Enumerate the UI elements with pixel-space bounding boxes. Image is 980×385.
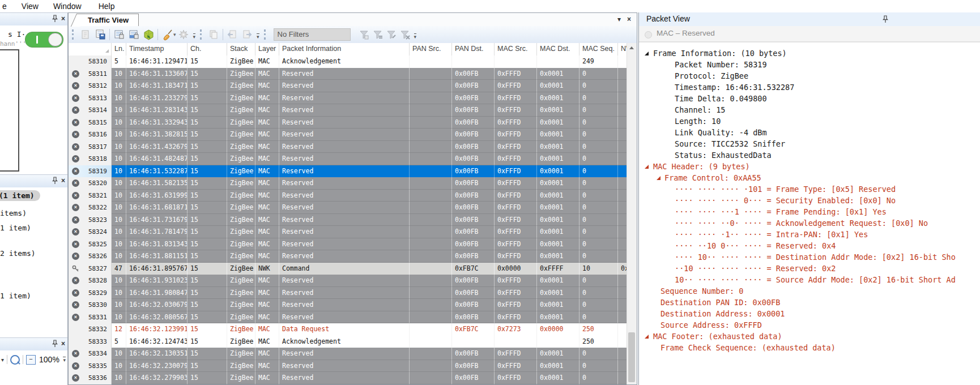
list-item[interactable]: 1 item) [0, 292, 31, 300]
row-gutter[interactable]: 58335 [69, 360, 112, 373]
filter-funnel-2-icon[interactable] [372, 29, 384, 40]
tab-list-dropdown-icon[interactable]: ▾ [617, 15, 621, 23]
clear-options-caret-icon[interactable]: ▾ [173, 32, 176, 37]
zoom-out-button[interactable]: − [26, 355, 36, 365]
scroll-up-icon[interactable] [629, 46, 634, 49]
row-gutter[interactable]: 58331 [69, 311, 112, 324]
table-row[interactable]: 583181016:46:31.48248715ZigBeeMACReserve… [69, 153, 627, 165]
pin-icon[interactable] [52, 15, 58, 23]
toolbar-grip[interactable] [72, 29, 76, 40]
tree-node[interactable]: Status: ExhaustedData [639, 149, 980, 161]
gear-icon[interactable] [177, 28, 190, 41]
list-item[interactable]: items) [0, 209, 27, 217]
table-row[interactable]: 58310516:46:31.12947115ZigBeeMACAcknowle… [69, 55, 627, 68]
close-icon[interactable]: × [61, 15, 65, 23]
table-row[interactable]: 583231016:46:31.73167915ZigBeeMACReserve… [69, 214, 627, 226]
row-gutter[interactable]: 58329 [69, 287, 112, 300]
column-header-mac-src-[interactable]: MAC Src. [495, 43, 537, 55]
tree-node[interactable]: ···· ···· ···1 ···· = Frame Pending: [0x… [639, 206, 980, 217]
tree-node[interactable]: ···· ···· ··0· ···· = Acknowledgement Re… [639, 217, 980, 229]
column-header-pan-src-[interactable]: PAN Src. [410, 43, 452, 55]
list-item[interactable]: 1 item) [0, 224, 31, 232]
list-item[interactable]: (1 item) [0, 190, 40, 201]
menu-item-help[interactable]: Help [96, 2, 117, 11]
tab-traffic-view[interactable]: Traffic View [78, 14, 139, 26]
row-gutter[interactable]: 58316 [69, 129, 112, 141]
row-gutter[interactable]: 58333 [69, 336, 112, 348]
capture-cube-icon[interactable] [142, 28, 155, 41]
tree-node[interactable]: ···· 10·· ···· ···· = Destination Addr M… [639, 251, 980, 263]
column-header-gutter[interactable] [69, 43, 112, 55]
table-row[interactable]: 583274716:46:31.89576715ZigBeeNWKCommand… [69, 263, 627, 275]
filter-funnel-1-icon[interactable] [359, 29, 370, 40]
row-gutter[interactable]: 58334 [69, 348, 112, 360]
row-gutter[interactable]: 58320 [69, 177, 112, 190]
column-header-mac-dst-[interactable]: MAC Dst. [537, 43, 580, 55]
zoom-level-value[interactable]: 100% [39, 355, 59, 364]
table-row[interactable]: 583201016:46:31.58213515ZigBeeMACReserve… [69, 177, 627, 190]
expand-arrow-icon[interactable] [657, 176, 661, 180]
row-gutter[interactable]: 58325 [69, 238, 112, 251]
tree-node[interactable]: Channel: 15 [639, 104, 980, 116]
tree-node[interactable]: ···· ··10 0··· ···· = Reserved: 0x4 [639, 240, 980, 251]
tree-node[interactable]: Timestamp: 16:46:31.532287 [639, 82, 980, 93]
tree-node[interactable]: Frame Check Sequence: (exhausted data) [639, 342, 980, 353]
tree-node[interactable]: Source Address: 0xFFFD [639, 319, 980, 331]
row-gutter[interactable]: 58315 [69, 117, 112, 129]
packet-list-icon[interactable] [112, 28, 126, 41]
row-gutter[interactable]: 58317 [69, 141, 112, 153]
table-row[interactable]: 583281016:46:31.93102315ZigBeeMACReserve… [69, 275, 627, 287]
copy-icon[interactable] [207, 28, 220, 41]
column-header-ch-[interactable]: Ch. [188, 43, 227, 55]
tree-node[interactable]: ··10 ···· ···· ···· = Reserved: 0x2 [639, 263, 980, 274]
row-gutter[interactable]: 58323 [69, 214, 112, 226]
table-row[interactable]: 583221016:46:31.68187115ZigBeeMACReserve… [69, 202, 627, 214]
tree-node[interactable]: 10·· ···· ···· ···· = Source Addr Mode: … [639, 274, 980, 285]
toolbar-grip[interactable] [200, 29, 204, 40]
row-gutter[interactable]: 58319 [69, 165, 112, 178]
row-gutter[interactable]: 58324 [69, 226, 112, 238]
tree-node[interactable]: Protocol: ZigBee [639, 70, 980, 82]
toggle-knob[interactable] [48, 33, 62, 46]
row-gutter[interactable]: 58321 [69, 190, 112, 202]
column-header-mac-seq-[interactable]: MAC Seq. [580, 43, 618, 55]
pin-icon[interactable] [52, 177, 58, 185]
row-gutter[interactable]: 58328 [69, 275, 112, 287]
column-header-timestamp[interactable]: Timestamp [126, 43, 188, 55]
toolbar-overflow-icon[interactable] [193, 33, 196, 39]
table-row[interactable]: 583291016:46:31.98084715ZigBeeMACReserve… [69, 287, 627, 300]
column-header-layer[interactable]: Layer [255, 43, 279, 55]
tree-node[interactable]: ···· ···· ···· ·101 = Frame Type: [0x5] … [639, 183, 980, 195]
enable-toggle[interactable] [25, 32, 63, 48]
table-row[interactable]: 583341016:46:32.13035115ZigBeeMACReserve… [69, 348, 627, 360]
jump-next-icon[interactable] [240, 28, 254, 41]
row-gutter[interactable]: 58310 [69, 55, 112, 68]
table-row[interactable]: 58333516:46:32.12474315ZigBeeMACAcknowle… [69, 336, 627, 348]
table-row[interactable]: 583161016:46:31.38281515ZigBeeMACReserve… [69, 129, 627, 141]
table-row[interactable]: 583121016:46:31.18347115ZigBeeMACReserve… [69, 80, 627, 92]
list-item[interactable]: 2 items) [0, 249, 36, 258]
row-gutter[interactable]: 58327 [69, 263, 112, 275]
tab-close-icon[interactable]: × [627, 15, 631, 23]
column-header-ln-[interactable]: Ln. [112, 43, 126, 55]
row-gutter[interactable]: 58314 [69, 104, 112, 117]
row-gutter[interactable]: 58312 [69, 80, 112, 92]
table-row[interactable]: 583211016:46:31.63199915ZigBeeMACReserve… [69, 190, 627, 202]
toolbar-overflow-icon[interactable] [414, 33, 417, 39]
expand-arrow-icon[interactable] [645, 165, 649, 169]
chevron-down-icon[interactable]: ▾ [1, 357, 4, 363]
tree-node[interactable]: Time Delta: 0.049800 [639, 93, 980, 104]
menu-item-view[interactable]: View [19, 2, 41, 11]
filter-input[interactable]: No Filters [274, 28, 351, 41]
table-row[interactable]: 583171016:46:31.43267915ZigBeeMACReserve… [69, 141, 627, 153]
tree-node[interactable]: Destination Address: 0x0001 [639, 308, 980, 319]
table-row[interactable]: 583361016:46:32.27990315ZigBeeMACReserve… [69, 372, 627, 384]
table-row[interactable]: 583131016:46:31.23327915ZigBeeMACReserve… [69, 92, 627, 105]
column-header-pan-dst-[interactable]: PAN Dst. [452, 43, 495, 55]
packet-list-lock-icon[interactable] [127, 28, 140, 41]
row-gutter[interactable]: 58336 [69, 372, 112, 384]
table-row[interactable]: 583261016:46:31.88115115ZigBeeMACReserve… [69, 250, 627, 263]
jump-previous-icon[interactable] [225, 28, 239, 41]
tree-node[interactable]: Packet Number: 58319 [639, 59, 980, 70]
tree-node[interactable]: Frame Control: 0xAA55 [639, 172, 980, 183]
